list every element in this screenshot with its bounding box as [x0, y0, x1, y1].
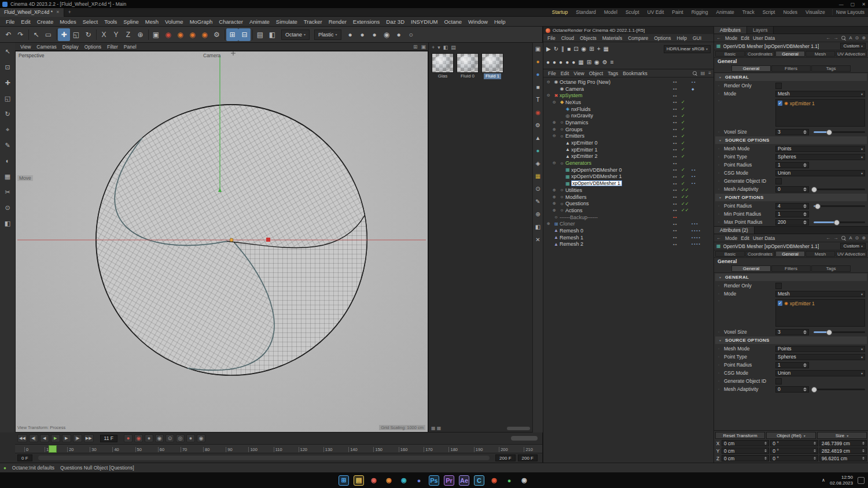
glossy-material-icon[interactable]: ●: [553, 59, 556, 65]
z-axis-lock[interactable]: Z: [122, 28, 134, 41]
spinner-icon[interactable]: [803, 330, 807, 334]
visibility-dots[interactable]: ••: [673, 127, 681, 132]
position-key-button[interactable]: ◉: [155, 434, 164, 442]
viewport-menu-item[interactable]: Display: [60, 44, 82, 50]
attribute-tab[interactable]: Coordinates: [745, 51, 775, 57]
x-axis-lock[interactable]: X: [98, 28, 110, 41]
property-value[interactable]: 3: [778, 129, 781, 135]
rotation-field[interactable]: 0 °: [770, 455, 818, 461]
property-value[interactable]: 1: [778, 211, 781, 217]
tree-item[interactable]: xpEmitter 2 •• ✓: [543, 153, 713, 160]
pen-icon[interactable]: ✎: [535, 198, 540, 205]
expand-toggle-icon[interactable]: ⊖: [553, 100, 558, 105]
octane-icon[interactable]: ◉: [489, 475, 499, 486]
spinner-icon[interactable]: [764, 449, 767, 452]
menu-item[interactable]: Spline: [120, 19, 141, 25]
blue-sphere-icon[interactable]: ●: [536, 71, 539, 78]
property-value[interactable]: 200: [778, 219, 786, 225]
enable-checkmark[interactable]: ✓: [681, 134, 692, 139]
add-tab-button[interactable]: +: [64, 9, 75, 15]
colorspace-dropdown[interactable]: HDR/Linear sRGB: [664, 45, 711, 53]
menu-item[interactable]: Tools: [101, 19, 120, 25]
rotate-icon[interactable]: ↻: [2, 109, 13, 119]
property-value-box[interactable]: Spheres ▾: [775, 154, 865, 160]
range-end-field-2[interactable]: 200 F: [518, 454, 538, 461]
material-list-icon[interactable]: ▤: [451, 45, 456, 50]
viewport-layout-icon[interactable]: ⊞: [413, 44, 418, 50]
property-value-box[interactable]: 0 ▾: [775, 386, 809, 393]
property-value[interactable]: 4: [778, 203, 781, 209]
attributes-menu-item[interactable]: Mode: [723, 235, 739, 241]
property-value-box[interactable]: 1 ▾: [775, 162, 809, 168]
layout-tab[interactable]: Startup: [549, 9, 571, 15]
visibility-dots[interactable]: ••: [673, 221, 681, 227]
visibility-dots[interactable]: ••: [673, 174, 681, 179]
menu-item[interactable]: Volume: [162, 19, 186, 25]
expand-toggle-icon[interactable]: ⊖: [553, 161, 558, 165]
new-panel-icon[interactable]: ⊕: [862, 35, 866, 40]
property-value-box[interactable]: 3 ▾: [775, 129, 809, 135]
expand-toggle-icon[interactable]: ⊕: [547, 221, 553, 226]
expand-toggle-icon[interactable]: ⊕: [553, 201, 558, 206]
property-value[interactable]: 1: [778, 162, 781, 168]
attribute-subtab[interactable]: General: [731, 65, 771, 72]
visibility-dots[interactable]: ••: [673, 228, 681, 233]
property-value-box[interactable]: Points ▾: [775, 346, 865, 352]
layout-tab[interactable]: Visualize: [802, 9, 829, 15]
grid-icon[interactable]: ⊞: [589, 46, 594, 52]
timeline-scrollbar[interactable]: [511, 436, 538, 441]
material-thumbnail[interactable]: [457, 53, 479, 73]
attribute-subtab[interactable]: General: [731, 265, 771, 272]
move-tool-icon[interactable]: ✚: [58, 28, 70, 41]
history-forward-icon[interactable]: →: [833, 235, 838, 241]
render-settings-icon[interactable]: ◉: [162, 28, 174, 41]
ring-icon[interactable]: ⊙: [535, 186, 540, 193]
property-value-box[interactable]: xpEmitter 1 ▾: [775, 99, 865, 127]
tree-item[interactable]: Remesh 2 •• ▪▪▪▪: [543, 241, 713, 248]
scale-key-button[interactable]: ⊙: [165, 434, 174, 442]
mix-material-icon[interactable]: ●: [572, 59, 575, 65]
tree-item[interactable]: xpOpenVDBMesher 0 •• ✓ ▪▪: [543, 167, 713, 173]
minimize-button[interactable]: —: [839, 2, 844, 7]
property-value[interactable]: Spheres: [778, 154, 796, 160]
attributes-menu-item[interactable]: Edit: [739, 35, 751, 41]
object-label[interactable]: Groups: [565, 127, 583, 132]
property-value-box[interactable]: 1 ▾: [775, 211, 809, 217]
menu-item[interactable]: Edit: [18, 19, 33, 25]
visibility-dots[interactable]: ••: [673, 86, 681, 91]
enable-checkmark[interactable]: ✓: [681, 154, 692, 159]
property-slider[interactable]: [814, 131, 865, 133]
octane-material-dropdown[interactable]: Octane: [281, 29, 310, 40]
enable-checkmark[interactable]: ✓: [681, 106, 692, 112]
object-label[interactable]: nxFluids: [571, 106, 591, 112]
tag-icons[interactable]: ▪▪▪: [692, 222, 711, 225]
camera-icon[interactable]: ◉: [582, 46, 587, 52]
pen-icon[interactable]: ✎: [2, 140, 13, 150]
live-selection-icon[interactable]: ↖: [30, 28, 42, 41]
size-field[interactable]: 96.6201 cm: [819, 455, 867, 461]
enable-checkmark[interactable]: ✓✓: [681, 208, 692, 213]
property-value-box[interactable]: Spheres ▾: [775, 354, 865, 360]
attribute-tab[interactable]: Mesh: [806, 251, 835, 257]
object-label[interactable]: xpEmitter 0: [571, 140, 598, 146]
spinner-icon[interactable]: [803, 220, 807, 224]
property-value[interactable]: xpEmitter 1: [790, 301, 815, 306]
object-manager-menu-item[interactable]: Tags: [605, 71, 620, 76]
cone-icon[interactable]: ▲: [535, 135, 541, 142]
visibility-dots[interactable]: ••: [673, 120, 681, 125]
tree-item[interactable]: xpOpenVDBMesher 1 •• ✓ ▪▪: [543, 173, 713, 180]
camera-imager-icon[interactable]: ◉: [594, 59, 599, 65]
property-slider[interactable]: [814, 389, 865, 390]
visibility-dots[interactable]: ••: [673, 99, 681, 105]
visibility-dots[interactable]: ••: [673, 235, 681, 240]
spinner-icon[interactable]: [803, 187, 807, 191]
menu-item[interactable]: MoGraph: [187, 19, 216, 25]
rename-input[interactable]: [571, 180, 622, 186]
tree-item[interactable]: ⊕ Groups •• ✓: [543, 126, 713, 133]
viewport-menu-item[interactable]: Panel: [121, 44, 139, 50]
panel-menu-icon[interactable]: ≡: [708, 71, 711, 76]
visibility-dots[interactable]: ••: [673, 134, 681, 139]
spinner-icon[interactable]: [803, 212, 807, 216]
knife-icon[interactable]: ✂: [2, 187, 13, 197]
property-slider[interactable]: [814, 331, 865, 333]
